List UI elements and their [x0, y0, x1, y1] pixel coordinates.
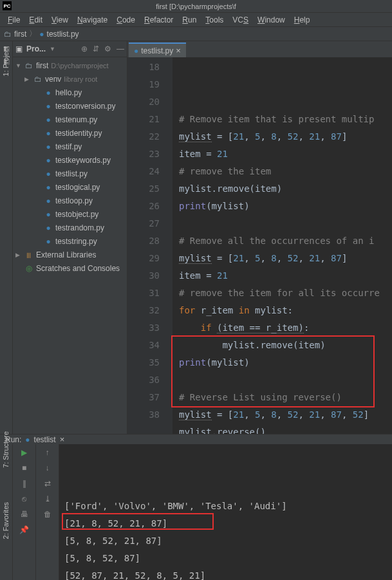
python-icon: ●	[44, 142, 53, 151]
tree-item-teststring-py[interactable]: ●teststring.py	[13, 234, 127, 248]
pycharm-icon: PC	[3, 1, 12, 10]
menu-navigate[interactable]: Navigate	[73, 14, 111, 26]
tree-arrow-icon: ▼	[15, 62, 22, 69]
editor-area: ● testlist.py × 181920212223242526272829…	[127, 41, 392, 434]
menu-vcs[interactable]: VCS	[229, 14, 252, 26]
project-tree: ▼🗀first D:\pycharmproject▶🗀venv library …	[13, 57, 127, 276]
menu-refactor[interactable]: Refactor	[140, 14, 177, 26]
python-icon: ●	[44, 196, 53, 205]
tree-item-first[interactable]: ▼🗀first D:\pycharmproject	[13, 59, 127, 72]
project-view-icon: ▣	[15, 44, 23, 53]
breadcrumb-file[interactable]: testlist.py	[47, 30, 79, 39]
scroll-icon[interactable]: ⤓	[44, 494, 51, 503]
left-gutter-rail: ◧ ◧	[0, 41, 13, 434]
minimize-icon[interactable]: —	[117, 44, 124, 53]
menu-help[interactable]: Help	[290, 14, 314, 26]
expand-icon[interactable]: ⇵	[93, 44, 99, 53]
run-tool-window: Run: ● testlist × ▶ ■ ‖ ⎋ 🖶 📌 ↑ ↓ ⇄ ⤓ 🗑 …	[0, 434, 392, 580]
run-config-name[interactable]: testlist	[34, 435, 56, 444]
breadcrumb-bar: 🗀 first 〉 ● testlist.py	[0, 27, 392, 41]
tree-item-testlogical-py[interactable]: ●testlogical.py	[13, 180, 127, 194]
python-icon: ●	[44, 156, 53, 165]
folder-icon: 🗀	[24, 61, 33, 70]
print-icon[interactable]: 🖶	[21, 510, 28, 519]
chevron-down-icon[interactable]: ▼	[50, 46, 55, 52]
tree-item-hello-py[interactable]: ●hello.py	[13, 86, 127, 99]
run-icon[interactable]: ▶	[21, 448, 27, 457]
tree-item-testlist-py[interactable]: ●testlist.py	[13, 167, 127, 180]
project-header: ▣ Pro... ▼ ⊕ ⇵ ⚙ —	[13, 41, 127, 57]
tree-arrow-icon: ▶	[24, 76, 31, 82]
run-toolbar-primary: ▶ ■ ‖ ⎋ 🖶 📌	[13, 444, 36, 580]
project-tool-window: ▣ Pro... ▼ ⊕ ⇵ ⚙ — ▼🗀first D:\pycharmpro…	[13, 41, 127, 434]
tree-item-testkeywords-py[interactable]: ●testkeywords.py	[13, 153, 127, 167]
tree-item-testconversion-py[interactable]: ●testconversion.py	[13, 99, 127, 113]
chevron-right-icon: 〉	[29, 28, 37, 39]
tree-item-external-libraries[interactable]: ▶⫼External Libraries	[13, 248, 127, 261]
python-icon: ●	[44, 210, 53, 219]
menu-view[interactable]: View	[48, 14, 72, 26]
tab-label: testlist.py	[141, 46, 173, 55]
tree-item-testobject-py[interactable]: ●testobject.py	[13, 207, 127, 221]
python-icon: ●	[44, 129, 53, 138]
tree-item-scratches-and-consoles[interactable]: ◎Scratches and Consoles	[13, 261, 127, 275]
python-icon: ●	[25, 435, 30, 444]
close-icon[interactable]: ×	[176, 46, 181, 55]
trash-icon[interactable]: 🗑	[44, 510, 51, 519]
pause-icon[interactable]: ‖	[23, 479, 26, 488]
python-icon: ●	[39, 30, 44, 39]
python-icon: ●	[44, 115, 53, 124]
folder-icon: 🗀	[4, 30, 12, 39]
menu-code[interactable]: Code	[113, 14, 139, 26]
library-icon: ⫼	[24, 250, 33, 259]
tree-item-venv[interactable]: ▶🗀venv library root	[13, 72, 127, 86]
editor-tab-bar: ● testlist.py ×	[127, 41, 392, 57]
close-icon[interactable]: ×	[60, 435, 65, 444]
menu-run[interactable]: Run	[178, 14, 200, 26]
scratch-icon: ◎	[24, 264, 33, 273]
menu-window[interactable]: Window	[254, 14, 289, 26]
favorites-vertical-tab[interactable]: 2: Favorites	[1, 500, 11, 541]
window-title: first [D:\pycharmprojects\f	[156, 3, 236, 10]
run-toolbar-secondary: ↑ ↓ ⇄ ⤓ 🗑	[36, 444, 59, 580]
structure-vertical-tab[interactable]: 7: Structure	[1, 429, 11, 471]
tree-arrow-icon: ▶	[15, 252, 22, 258]
tree-item-testidentity-py[interactable]: ●testidentity.py	[13, 126, 127, 140]
run-header: Run: ● testlist ×	[0, 435, 392, 444]
console-output[interactable]: ['Ford', 'Volvo', 'BMW', 'Tesla', 'Audi'…	[59, 444, 392, 580]
tree-item-testenum-py[interactable]: ●testenum.py	[13, 113, 127, 126]
python-icon: ●	[44, 169, 53, 178]
code-text[interactable]: # Remove item that is present multipmyli…	[173, 57, 392, 434]
python-icon: ●	[44, 183, 53, 192]
folder-icon: 🗀	[33, 75, 42, 84]
target-icon[interactable]: ⊕	[81, 44, 88, 53]
python-icon: ●	[44, 88, 53, 97]
menu-file[interactable]: File	[4, 14, 24, 26]
tree-item-testrandom-py[interactable]: ●testrandom.py	[13, 221, 127, 234]
down-icon[interactable]: ↓	[46, 463, 50, 472]
exit-icon[interactable]: ⎋	[22, 494, 26, 503]
python-icon: ●	[44, 223, 53, 232]
project-label[interactable]: Pro...	[26, 44, 46, 53]
menu-edit[interactable]: Edit	[25, 14, 46, 26]
stop-icon[interactable]: ■	[22, 463, 26, 472]
editor-tab[interactable]: ● testlist.py ×	[129, 42, 186, 57]
menu-tools[interactable]: Tools	[201, 14, 227, 26]
tree-item-testloop-py[interactable]: ●testloop.py	[13, 194, 127, 207]
project-vertical-tab[interactable]: 1: Project	[1, 44, 11, 79]
tree-item-testif-py[interactable]: ●testif.py	[13, 140, 127, 153]
python-icon: ●	[134, 46, 138, 55]
menu-bar: FileEditViewNavigateCodeRefactorRunTools…	[0, 13, 392, 27]
title-bar: PC first [D:\pycharmprojects\f	[0, 0, 392, 13]
wrap-icon[interactable]: ⇄	[44, 479, 51, 488]
gear-icon[interactable]: ⚙	[104, 44, 111, 53]
up-icon[interactable]: ↑	[46, 448, 50, 457]
python-icon: ●	[44, 237, 53, 246]
line-number-gutter: 1819202122232425262728293031323334353637…	[127, 57, 173, 434]
breadcrumb-root[interactable]: first	[14, 30, 26, 39]
code-editor[interactable]: 1819202122232425262728293031323334353637…	[127, 57, 392, 434]
python-icon: ●	[44, 102, 53, 111]
pin-icon[interactable]: 📌	[19, 525, 29, 534]
